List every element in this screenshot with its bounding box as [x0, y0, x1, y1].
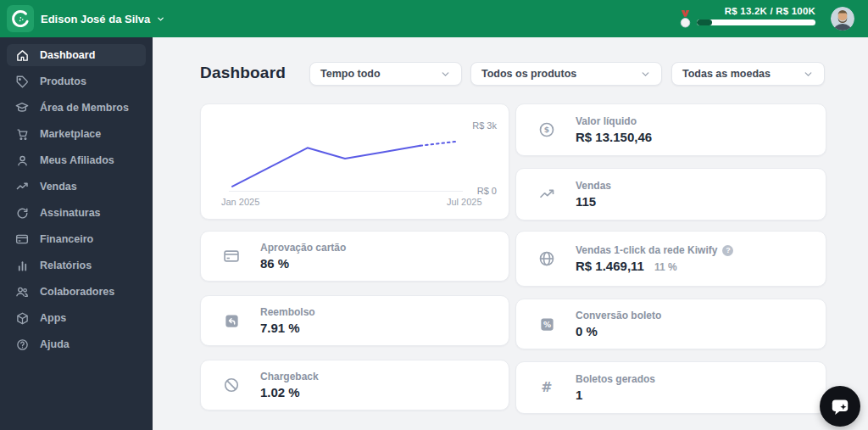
stat-label: Chargeback: [260, 371, 319, 383]
help-circle-icon: [15, 338, 29, 351]
stat-label: Aprovação cartão: [260, 242, 346, 254]
credit-card-icon: [221, 248, 242, 265]
sidebar-item-label: Colaboradores: [40, 286, 114, 298]
stat-value: 1: [576, 388, 655, 402]
stat-card-conversao-boleto: % Conversão boleto 0 %: [515, 299, 826, 349]
sidebar-item-dashboard[interactable]: Dashboard: [7, 44, 146, 66]
top-bar: Edison José da Silva R$ 13.2K / R$ 100K: [0, 0, 868, 37]
chat-bubble-icon: [829, 395, 851, 417]
stat-card-boletos-gerados: # Boletos gerados 1: [515, 361, 826, 414]
users-icon: [15, 285, 29, 299]
stat-value: 1.02 %: [260, 385, 319, 399]
corner-up-left-icon: [221, 313, 242, 329]
hash-icon: #: [537, 379, 557, 396]
kiwify-dashboard-app: Edison José da Silva R$ 13.2K / R$ 100K: [0, 0, 868, 430]
stat-card-chargeback: Chargeback 1.02 %: [200, 360, 509, 410]
sidebar-item-meus-afiliados[interactable]: Meus Afiliados: [7, 149, 146, 171]
cube-icon: [15, 311, 29, 325]
sidebar-item-marketplace[interactable]: Marketplace: [7, 123, 146, 145]
percent-square-icon: %: [537, 316, 557, 332]
revenue-line-chart: [226, 125, 464, 193]
sidebar-item-label: Marketplace: [40, 128, 101, 140]
medal-icon: [677, 9, 693, 32]
filter-period-value: Tempo todo: [320, 68, 381, 80]
dollar-circle-icon: $: [537, 121, 557, 138]
stat-secondary-value: 11 %: [654, 261, 677, 273]
filter-period-select[interactable]: Tempo todo: [309, 62, 462, 86]
stat-card-aprovacao-cartao: Aprovação cartão 86 %: [200, 231, 509, 282]
ban-icon: [221, 377, 242, 394]
graduation-cap-icon: [15, 101, 29, 114]
page-title: Dashboard: [200, 64, 286, 82]
y-axis-max-label: R$ 3k: [472, 120, 497, 131]
sidebar-item-label: Assinaturas: [40, 207, 101, 219]
stat-value: 115: [576, 194, 611, 209]
sidebar-item-relatorios[interactable]: Relatórios: [7, 254, 146, 276]
chevron-down-icon: [440, 69, 451, 80]
revenue-chart-card: R$ 3k R$ 0 Jan 2025 Jul 2025: [200, 103, 509, 220]
main-content: Dashboard Tempo todo Todos os produtos T…: [153, 37, 868, 430]
revenue-goal: R$ 13.2K / R$ 100K: [697, 6, 815, 25]
sidebar-item-financeiro[interactable]: Financeiro: [7, 228, 146, 250]
chat-widget-button[interactable]: [820, 386, 860, 427]
stat-card-vendas-1click: Vendas 1-click da rede Kiwify ? R$ 1.469…: [515, 231, 826, 287]
help-icon[interactable]: ?: [722, 245, 733, 256]
stat-value: 0 %: [576, 324, 661, 338]
y-axis-min-label: R$ 0: [477, 186, 497, 196]
credit-card-icon: [15, 232, 29, 246]
sidebar: Dashboard Produtos Área de Membros Marke…: [0, 37, 153, 430]
stat-value: R$ 1.469,11: [576, 259, 644, 273]
sidebar-item-area-de-membros[interactable]: Área de Membros: [7, 97, 146, 119]
stat-card-reembolso: Reembolso 7.91 %: [200, 295, 509, 346]
user-avatar[interactable]: [831, 7, 854, 31]
stat-value: R$ 13.150,46: [576, 130, 652, 144]
user-icon: [15, 154, 29, 167]
stat-label: Reembolso: [260, 306, 315, 318]
cart-icon: [15, 127, 29, 141]
chevron-down-icon: [803, 69, 814, 80]
sidebar-item-label: Área de Membros: [40, 102, 129, 114]
stat-label: Vendas 1-click da rede Kiwify: [576, 244, 717, 256]
sidebar-item-label: Meus Afiliados: [40, 154, 114, 166]
sidebar-item-colaboradores[interactable]: Colaboradores: [7, 281, 146, 303]
sidebar-item-label: Ajuda: [40, 338, 70, 350]
account-name: Edison José da Silva: [41, 13, 150, 25]
sidebar-item-vendas[interactable]: Vendas: [7, 176, 146, 198]
sidebar-item-label: Vendas: [40, 181, 77, 193]
filter-products-select[interactable]: Todos os produtos: [470, 62, 662, 86]
stat-label: Conversão boleto: [576, 310, 661, 321]
chevron-down-icon: [640, 69, 651, 80]
stat-value: 7.91 %: [260, 321, 315, 335]
svg-text:$: $: [544, 125, 549, 134]
revenue-goal-progressbar: [697, 20, 815, 25]
stat-value: 86 %: [260, 256, 346, 271]
account-menu[interactable]: Edison José da Silva: [41, 0, 165, 37]
stat-card-valor-liquido: $ Valor líquido R$ 13.150,46: [515, 103, 826, 156]
filter-currency-select[interactable]: Todas as moedas: [671, 62, 825, 86]
sidebar-item-label: Apps: [40, 312, 66, 324]
kiwify-logo[interactable]: [7, 5, 34, 32]
x-axis-end-label: Jul 2025: [447, 197, 482, 207]
sidebar-item-label: Produtos: [40, 75, 86, 87]
globe-icon: [537, 250, 557, 267]
refresh-icon: [15, 206, 29, 220]
stat-label: Boletos gerados: [576, 373, 655, 385]
sidebar-item-produtos[interactable]: Produtos: [7, 70, 146, 92]
sidebar-item-ajuda[interactable]: Ajuda: [7, 333, 146, 355]
home-icon: [15, 48, 29, 62]
chevron-down-icon: [156, 14, 165, 24]
tag-icon: [15, 75, 29, 88]
goal-progress-fill: [697, 20, 712, 25]
chart-baseline: [229, 191, 463, 192]
x-axis-start-label: Jan 2025: [221, 197, 259, 207]
stat-label: Valor líquido: [576, 115, 652, 127]
sidebar-item-apps[interactable]: Apps: [7, 307, 146, 329]
bar-chart-icon: [15, 259, 29, 272]
svg-text:#: #: [541, 379, 552, 395]
stat-card-vendas: Vendas 115: [515, 168, 826, 221]
trending-up-icon: [15, 180, 29, 193]
revenue-goal-label: R$ 13.2K / R$ 100K: [697, 6, 815, 16]
svg-text:%: %: [542, 320, 550, 328]
sidebar-item-assinaturas[interactable]: Assinaturas: [7, 202, 146, 224]
filter-products-value: Todos os produtos: [481, 68, 576, 80]
